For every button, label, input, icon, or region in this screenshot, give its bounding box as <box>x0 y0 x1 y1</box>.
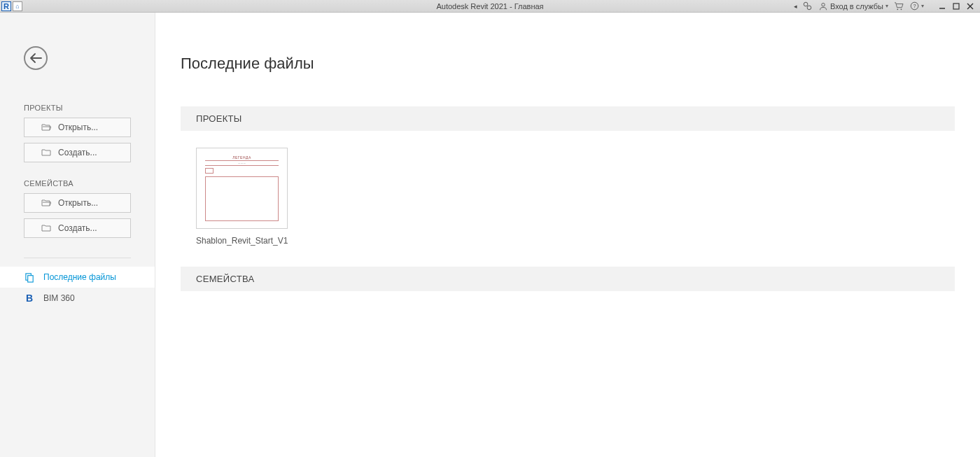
svg-point-0 <box>804 2 808 6</box>
projects-section-label: ПРОЕКТЫ <box>0 104 155 118</box>
projects-section-header: ПРОЕКТЫ <box>181 106 955 131</box>
chevron-down-icon: ▾ <box>921 3 924 9</box>
back-button[interactable] <box>24 46 48 70</box>
help-icon[interactable]: ? ▾ <box>909 1 924 11</box>
sidebar: ПРОЕКТЫ Открыть... Создать... СЕМЕЙСТВА … <box>0 13 155 457</box>
svg-point-3 <box>897 8 898 10</box>
project-thumbnail: ЛЕГЕНДА — — — <box>196 148 288 229</box>
svg-rect-8 <box>953 3 959 9</box>
svg-point-4 <box>901 8 902 10</box>
titlebar: R ⌂ Autodesk Revit 2021 - Главная ◂ Вход… <box>0 0 980 13</box>
main-content: Последние файлы ПРОЕКТЫ ЛЕГЕНДА — — — Sh… <box>155 13 980 457</box>
open-project-button[interactable]: Открыть... <box>24 118 131 137</box>
maximize-button[interactable] <box>949 1 963 11</box>
open-family-button[interactable]: Открыть... <box>24 193 131 213</box>
info-center-arrow[interactable]: ◂ <box>794 3 797 10</box>
nav-bim360-label: BIM 360 <box>43 293 75 303</box>
open-family-label: Открыть... <box>58 198 98 208</box>
create-family-label: Создать... <box>58 223 97 233</box>
window-title: Autodesk Revit 2021 - Главная <box>436 2 543 10</box>
svg-point-2 <box>822 3 825 6</box>
folder-icon <box>41 224 51 232</box>
revit-logo-icon[interactable]: R <box>1 1 11 11</box>
bim360-icon: B <box>24 293 35 304</box>
families-section-label: СЕМЕЙСТВА <box>0 179 155 193</box>
nav-bim360[interactable]: B BIM 360 <box>0 288 155 309</box>
close-button[interactable] <box>963 1 977 11</box>
svg-point-1 <box>808 6 812 10</box>
divider <box>24 258 131 258</box>
login-label: Вход в службы <box>830 2 883 10</box>
folder-icon <box>41 148 51 157</box>
create-project-label: Создать... <box>58 148 97 157</box>
recent-projects-row: ЛЕГЕНДА — — — Shablon_Revit_Start_V1 <box>181 131 955 267</box>
create-family-button[interactable]: Создать... <box>24 218 131 238</box>
page-title: Последние файлы <box>181 55 955 73</box>
folder-open-icon <box>41 123 51 132</box>
create-project-button[interactable]: Создать... <box>24 143 131 162</box>
folder-open-icon <box>41 199 51 207</box>
svg-rect-12 <box>27 275 33 281</box>
project-name: Shablon_Revit_Start_V1 <box>196 236 288 246</box>
open-project-label: Открыть... <box>58 122 98 132</box>
recent-files-icon <box>24 272 35 283</box>
login-button[interactable]: Вход в службы ▾ <box>818 1 888 11</box>
home-icon[interactable]: ⌂ <box>13 1 22 11</box>
families-section-header: СЕМЕЙСТВА <box>181 267 955 291</box>
svg-text:?: ? <box>913 3 916 9</box>
search-icon[interactable] <box>803 1 813 11</box>
app-store-icon[interactable] <box>894 1 904 11</box>
recent-project-card[interactable]: ЛЕГЕНДА — — — Shablon_Revit_Start_V1 <box>196 148 288 246</box>
chevron-down-icon: ▾ <box>886 3 888 9</box>
minimize-button[interactable] <box>935 1 949 11</box>
nav-recent-label: Последние файлы <box>43 272 116 282</box>
nav-recent-files[interactable]: Последние файлы <box>0 267 155 288</box>
